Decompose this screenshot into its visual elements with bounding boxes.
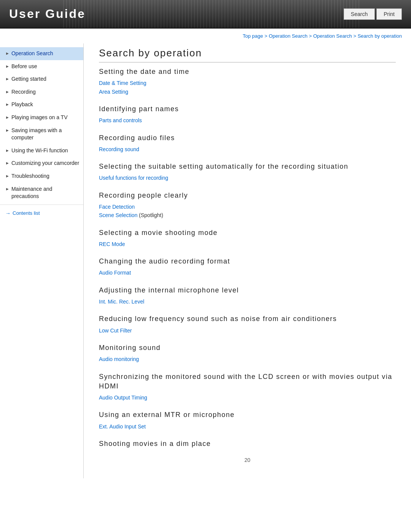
link-parts-and-controls[interactable]: Parts and controls bbox=[99, 116, 396, 125]
section-heading: Selecting the suitable setting automatic… bbox=[99, 162, 396, 171]
arrow-icon: ► bbox=[5, 186, 10, 192]
link-face-detection[interactable]: Face Detection bbox=[99, 203, 396, 211]
section-identifying-part-names: Identifying part names Parts and control… bbox=[99, 104, 396, 125]
sidebar-label: Customizing your camcorder bbox=[11, 160, 79, 167]
section-using-external-mtr: Using an external MTR or microphone Ext.… bbox=[99, 410, 396, 431]
page-title: Search by operation bbox=[99, 47, 396, 62]
arrow-right-icon: → bbox=[5, 210, 11, 216]
link-date-time-setting[interactable]: Date & Time Setting bbox=[99, 79, 396, 87]
link-low-cut-filter[interactable]: Low Cut Filter bbox=[99, 326, 396, 335]
sidebar-item-playback[interactable]: ► Playback bbox=[0, 98, 83, 111]
link-scene-selection[interactable]: Scene Selection bbox=[99, 212, 137, 218]
sidebar-label: Operation Search bbox=[11, 50, 53, 58]
sidebar-item-troubleshooting[interactable]: ► Troubleshooting bbox=[0, 170, 83, 183]
sidebar-item-recording[interactable]: ► Recording bbox=[0, 86, 83, 99]
arrow-icon: ► bbox=[5, 173, 10, 179]
link-recording-sound[interactable]: Recording sound bbox=[99, 145, 396, 153]
section-heading: Monitoring sound bbox=[99, 343, 396, 353]
breadcrumb-search-by-operation[interactable]: Search by operation bbox=[358, 33, 402, 39]
arrow-icon: ► bbox=[5, 160, 10, 166]
arrow-icon: ► bbox=[5, 89, 10, 95]
app-title: User Guide bbox=[9, 7, 86, 21]
header: User Guide Search Print bbox=[0, 0, 411, 29]
section-synchronizing-monitored-sound: Synchronizing the monitored sound with t… bbox=[99, 372, 396, 402]
sidebar-label: Playback bbox=[11, 101, 33, 109]
section-selecting-movie-shooting-mode: Selecting a movie shooting mode REC Mode bbox=[99, 228, 396, 249]
arrow-icon: ► bbox=[5, 51, 10, 56]
contents-list-label: Contents list bbox=[13, 210, 40, 216]
section-recording-audio-files: Recording audio files Recording sound bbox=[99, 133, 396, 154]
section-heading: Shooting movies in a dim place bbox=[99, 439, 396, 449]
sidebar-item-maintenance[interactable]: ► Maintenance and precautions bbox=[0, 183, 83, 203]
link-audio-monitoring[interactable]: Audio monitoring bbox=[99, 355, 396, 363]
arrow-icon: ► bbox=[5, 115, 10, 120]
section-reducing-low-frequency-sound: Reducing low frequency sound such as noi… bbox=[99, 314, 396, 335]
contents-list-link[interactable]: → Contents list bbox=[0, 206, 83, 220]
arrow-icon: ► bbox=[5, 102, 10, 107]
section-heading: Recording people clearly bbox=[99, 191, 396, 200]
layout: ► Operation Search ► Before use ► Gettin… bbox=[0, 43, 411, 478]
breadcrumb-operation-search-1[interactable]: Operation Search bbox=[269, 33, 307, 39]
print-button[interactable]: Print bbox=[376, 8, 402, 20]
section-changing-audio-recording-format: Changing the audio recording format Audi… bbox=[99, 257, 396, 277]
section-heading: Setting the date and time bbox=[99, 67, 396, 77]
arrow-icon: ► bbox=[5, 76, 10, 82]
link-int-mic-rec-level[interactable]: Int. Mic. Rec. Level bbox=[99, 297, 396, 306]
sidebar-item-before-use[interactable]: ► Before use bbox=[0, 60, 83, 73]
section-heading: Reducing low frequency sound such as noi… bbox=[99, 314, 396, 324]
sidebar-label: Playing images on a TV bbox=[11, 114, 68, 121]
sidebar-label: Maintenance and precautions bbox=[11, 185, 80, 200]
page-number: 20 bbox=[99, 457, 396, 463]
section-heading: Adjusting the internal microphone level bbox=[99, 286, 396, 295]
section-heading: Recording audio files bbox=[99, 133, 396, 143]
sidebar-label: Before use bbox=[11, 63, 37, 70]
section-setting-date-time: Setting the date and time Date & Time Se… bbox=[99, 67, 396, 96]
section-adjusting-microphone-level: Adjusting the internal microphone level … bbox=[99, 286, 396, 306]
link-audio-format[interactable]: Audio Format bbox=[99, 268, 396, 277]
link-useful-functions[interactable]: Useful functions for recording bbox=[99, 174, 396, 182]
breadcrumb-operation-search-2[interactable]: Operation Search bbox=[313, 33, 352, 39]
header-buttons: Search Print bbox=[344, 8, 402, 20]
sidebar-label: Using the Wi-Fi function bbox=[11, 147, 68, 155]
sidebar-item-customizing[interactable]: ► Customizing your camcorder bbox=[0, 157, 83, 170]
scene-selection-line: Scene Selection (Spotlight) bbox=[99, 212, 163, 218]
breadcrumb: Top page > Operation Search > Operation … bbox=[0, 29, 411, 43]
section-selecting-suitable-setting: Selecting the suitable setting automatic… bbox=[99, 162, 396, 182]
sidebar-item-getting-started[interactable]: ► Getting started bbox=[0, 73, 83, 86]
arrow-icon: ► bbox=[5, 64, 10, 69]
sidebar-divider bbox=[0, 204, 83, 205]
sidebar-label: Saving images with a computer bbox=[11, 127, 80, 142]
section-recording-people-clearly: Recording people clearly Face Detection … bbox=[99, 191, 396, 220]
section-heading: Synchronizing the monitored sound with t… bbox=[99, 372, 396, 391]
arrow-icon: ► bbox=[5, 128, 10, 133]
spotlight-text: (Spotlight) bbox=[139, 212, 163, 218]
link-audio-output-timing[interactable]: Audio Output Timing bbox=[99, 393, 396, 402]
arrow-icon: ► bbox=[5, 148, 10, 153]
sidebar: ► Operation Search ► Before use ► Gettin… bbox=[0, 43, 84, 478]
link-area-setting[interactable]: Area Setting bbox=[99, 88, 396, 96]
sidebar-item-saving-images[interactable]: ► Saving images with a computer bbox=[0, 124, 83, 144]
section-heading: Using an external MTR or microphone bbox=[99, 410, 396, 420]
sidebar-item-playing-images-tv[interactable]: ► Playing images on a TV bbox=[0, 111, 83, 124]
section-monitoring-sound: Monitoring sound Audio monitoring bbox=[99, 343, 396, 364]
section-heading: Identifying part names bbox=[99, 104, 396, 114]
sidebar-label: Getting started bbox=[11, 75, 46, 83]
sidebar-item-operation-search[interactable]: ► Operation Search bbox=[0, 47, 83, 60]
link-rec-mode[interactable]: REC Mode bbox=[99, 240, 396, 248]
search-button[interactable]: Search bbox=[344, 8, 375, 20]
section-shooting-movies-dim-place: Shooting movies in a dim place bbox=[99, 439, 396, 449]
section-heading: Selecting a movie shooting mode bbox=[99, 228, 396, 238]
link-ext-audio-input-set[interactable]: Ext. Audio Input Set bbox=[99, 422, 396, 431]
section-heading: Changing the audio recording format bbox=[99, 257, 396, 266]
sidebar-label: Recording bbox=[11, 88, 36, 96]
sidebar-item-wifi[interactable]: ► Using the Wi-Fi function bbox=[0, 144, 83, 157]
breadcrumb-top-page[interactable]: Top page bbox=[243, 33, 263, 39]
main-content: Search by operation Setting the date and… bbox=[84, 43, 411, 478]
sidebar-label: Troubleshooting bbox=[11, 173, 49, 180]
